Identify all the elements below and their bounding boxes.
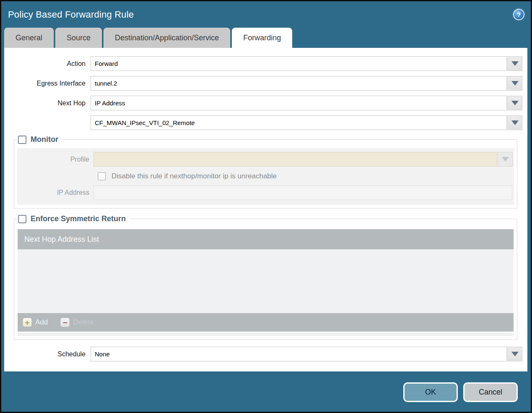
schedule-label: Schedule bbox=[4, 350, 91, 358]
monitor-profile-row: Profile bbox=[17, 152, 513, 167]
next-hop-address-combo: CF_MWAN_IPsec_VTI_02_Remote bbox=[91, 115, 522, 130]
egress-interface-label: Egress Interface bbox=[4, 80, 91, 87]
disable-rule-label: Disable this rule if nexthop/monitor ip … bbox=[112, 172, 277, 180]
policy-based-forwarding-dialog: Policy Based Forwarding Rule ? General S… bbox=[0, 0, 532, 413]
next-hop-value[interactable]: IP Address bbox=[91, 96, 507, 110]
chevron-down-icon bbox=[511, 120, 519, 125]
cancel-button[interactable]: Cancel bbox=[463, 382, 518, 402]
monitor-disable-rule-row: Disable this rule if nexthop/monitor ip … bbox=[98, 172, 513, 180]
symmetric-return-legend: Enforce Symmetric Return bbox=[17, 214, 129, 223]
monitor-ip-address-row: IP Address bbox=[17, 186, 513, 200]
monitor-ip-address-label: IP Address bbox=[17, 189, 93, 196]
chevron-down-icon bbox=[511, 101, 519, 105]
monitor-panel: Profile Disable this rule if nexthop/mon… bbox=[17, 148, 514, 205]
monitor-profile-combo bbox=[93, 152, 513, 167]
next-hop-row: Next Hop IP Address bbox=[4, 96, 522, 110]
chevron-down-icon bbox=[511, 352, 519, 356]
action-row: Action Forward bbox=[4, 56, 522, 71]
tab-source[interactable]: Source bbox=[55, 28, 102, 48]
monitor-profile-dropdown-button bbox=[498, 152, 513, 167]
schedule-dropdown-button[interactable] bbox=[507, 347, 522, 361]
monitor-profile-value bbox=[93, 152, 497, 167]
dialog-title: Policy Based Forwarding Rule bbox=[8, 9, 134, 20]
next-hop-combo: IP Address bbox=[91, 96, 522, 110]
next-hop-label: Next Hop bbox=[4, 99, 91, 107]
tab-bar: General Source Destination/Application/S… bbox=[1, 28, 531, 48]
ok-button[interactable]: OK bbox=[403, 382, 458, 402]
monitor-legend: Monitor bbox=[17, 135, 62, 144]
add-button-label: Add bbox=[35, 318, 48, 327]
next-hop-address-value[interactable]: CF_MWAN_IPsec_VTI_02_Remote bbox=[91, 115, 507, 130]
action-value[interactable]: Forward bbox=[91, 56, 507, 71]
schedule-value[interactable]: None bbox=[91, 347, 507, 361]
egress-interface-combo: tunnel.2 bbox=[91, 76, 522, 91]
next-hop-address-table: Next Hop Address List + Add − Delete bbox=[18, 229, 514, 332]
chevron-down-icon bbox=[511, 81, 519, 86]
egress-interface-value[interactable]: tunnel.2 bbox=[91, 76, 507, 91]
next-hop-address-row: CF_MWAN_IPsec_VTI_02_Remote bbox=[4, 115, 522, 130]
next-hop-address-table-toolbar: + Add − Delete bbox=[18, 313, 514, 332]
schedule-combo: None bbox=[91, 347, 522, 361]
dialog-titlebar: Policy Based Forwarding Rule ? bbox=[1, 1, 531, 28]
tab-content-forwarding: Action Forward Egress Interface tunnel.2 bbox=[4, 48, 527, 371]
action-dropdown-button[interactable] bbox=[507, 56, 522, 71]
monitor-fieldset: Monitor Profile Di bbox=[14, 135, 517, 209]
action-combo: Forward bbox=[91, 56, 522, 71]
symmetric-return-checkbox[interactable] bbox=[18, 215, 26, 223]
tab-general[interactable]: General bbox=[4, 28, 54, 48]
next-hop-address-table-header: Next Hop Address List bbox=[18, 229, 514, 249]
chevron-down-icon bbox=[511, 61, 519, 66]
disable-rule-checkbox bbox=[98, 172, 106, 180]
tab-destination-application-service[interactable]: Destination/Application/Service bbox=[104, 28, 230, 48]
symmetric-return-fieldset: Enforce Symmetric Return Next Hop Addres… bbox=[14, 214, 517, 340]
monitor-profile-label: Profile bbox=[17, 156, 93, 163]
egress-interface-row: Egress Interface tunnel.2 bbox=[4, 76, 522, 91]
delete-button-label: Delete bbox=[73, 318, 93, 327]
monitor-legend-label: Monitor bbox=[31, 135, 58, 144]
plus-icon: + bbox=[23, 318, 32, 327]
tab-forwarding[interactable]: Forwarding bbox=[232, 28, 292, 48]
symmetric-return-legend-label: Enforce Symmetric Return bbox=[31, 214, 126, 223]
monitor-checkbox[interactable] bbox=[18, 136, 26, 144]
help-icon[interactable]: ? bbox=[513, 9, 524, 20]
egress-interface-dropdown-button[interactable] bbox=[507, 76, 522, 91]
next-hop-address-dropdown-button[interactable] bbox=[507, 115, 522, 130]
minus-icon: − bbox=[60, 318, 70, 327]
next-hop-dropdown-button[interactable] bbox=[507, 96, 522, 110]
action-label: Action bbox=[4, 60, 91, 68]
schedule-row: Schedule None bbox=[4, 347, 522, 361]
chevron-down-icon bbox=[502, 157, 509, 162]
delete-button: − Delete bbox=[60, 318, 93, 327]
next-hop-address-table-body bbox=[18, 249, 514, 313]
add-button[interactable]: + Add bbox=[23, 318, 48, 327]
monitor-ip-address-input bbox=[93, 186, 512, 200]
table-scroll-strip bbox=[18, 333, 514, 336]
